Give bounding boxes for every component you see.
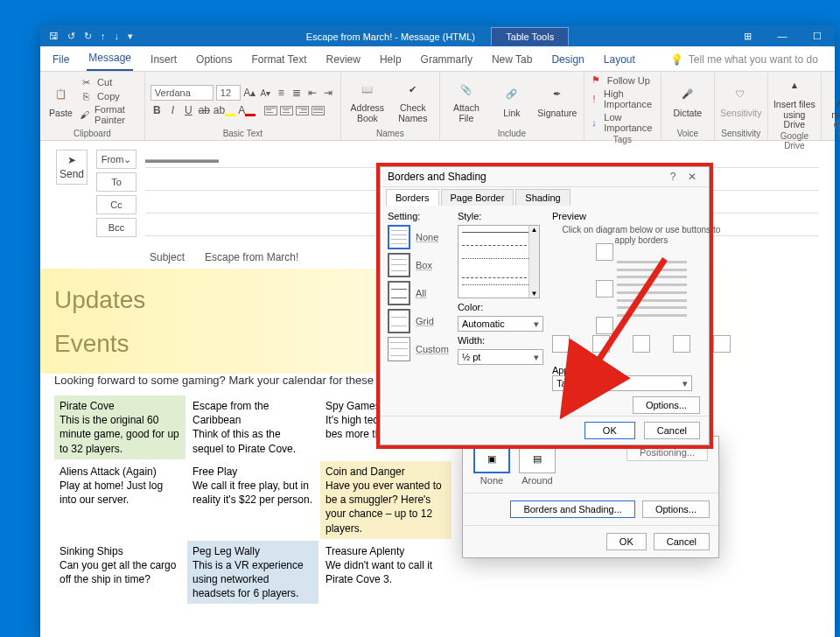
options-button[interactable]: Options... [642,500,710,518]
bold-button[interactable]: B [150,104,164,116]
setting-all[interactable]: All [388,281,449,305]
maximize-icon[interactable]: ☐ [800,25,835,46]
edge-diag2-button[interactable] [713,335,731,353]
tab-borders[interactable]: Borders [386,189,439,206]
setting-custom[interactable]: Custom [388,337,449,361]
mic-icon: 🎤 [675,82,701,107]
underline-button[interactable]: U [182,104,195,116]
attach-file-button[interactable]: 📎Attach File [445,77,487,123]
align-right-icon[interactable] [296,106,309,116]
bcc-button[interactable]: Bcc [96,218,136,237]
table-cell: Coin and DangerHave you ever wanted to b… [320,461,452,539]
undo-icon[interactable]: ↺ [67,31,75,42]
preview-diagram[interactable] [552,249,731,328]
format-painter-button[interactable]: 🖌Format Painter [80,103,139,126]
tab-page-border[interactable]: Page Border [441,189,514,206]
insert-from-drive-button[interactable]: ▲Insert files using Drive [774,74,816,130]
qat-up-icon[interactable]: ↑ [101,31,106,41]
setting-grid[interactable]: Grid [388,309,449,333]
dialog-cancel-button[interactable]: Cancel [644,422,700,439]
close-icon[interactable]: ✕ [682,171,702,183]
tab-design[interactable]: Design [550,50,585,71]
qat-down-icon[interactable]: ↓ [115,31,120,41]
tab-format-text[interactable]: Format Text [249,50,308,71]
high-importance-button[interactable]: !High Importance [590,88,655,110]
style-listbox[interactable]: ▲▼ [458,225,540,298]
grow-font-icon[interactable]: A▴ [243,87,256,99]
numbering-icon[interactable]: ≣ [290,87,304,99]
shrink-font-icon[interactable]: A▾ [259,88,272,98]
align-left-icon[interactable] [264,106,277,116]
dialog-ok-button[interactable]: OK [584,422,635,439]
strike-button[interactable]: ab [198,104,211,116]
setting-none[interactable]: None [388,225,449,249]
signature-icon: ✒ [544,82,570,107]
bullets-icon[interactable]: ≡ [275,87,288,99]
edge-diag1-button[interactable] [673,335,690,353]
outdent-icon[interactable]: ⇤ [306,87,319,99]
tab-message[interactable]: Message [87,48,133,71]
to-button[interactable]: To [96,172,136,192]
minimize-icon[interactable]: — [765,25,800,46]
low-importance-button[interactable]: ↓Low Importance [590,111,655,134]
edge-hmid-button[interactable] [596,280,613,298]
font-size-combo[interactable]: 12 [216,85,241,101]
tab-layout[interactable]: Layout [602,50,637,71]
tab-insert[interactable]: Insert [149,50,178,71]
align-justify-icon[interactable] [312,106,325,116]
ribbon: 📋 Paste ✂Cut ⎘Copy 🖌Format Painter Clipb… [40,71,835,141]
borders-and-shading-button[interactable]: Borders and Shading... [510,500,635,518]
tell-me-search[interactable]: 💡 Tell me what you want to do [668,50,820,71]
add-meeting-button[interactable]: 📷Add a meeting [827,74,840,120]
tab-shading[interactable]: Shading [515,189,570,206]
tab-grammarly[interactable]: Grammarly [419,50,474,71]
cancel-button[interactable]: Cancel [654,533,710,550]
qat-customize-icon[interactable]: ▾ [128,31,133,42]
link-button[interactable]: 🔗Link [491,82,533,119]
send-button[interactable]: ➤ Send [56,150,88,185]
save-icon[interactable]: 🖫 [49,31,59,41]
tab-options[interactable]: Options [194,50,234,71]
font-color-button[interactable]: A [238,104,256,116]
edge-vmid-button[interactable] [592,335,610,353]
from-button[interactable]: From ⌄ [96,150,136,169]
help-icon[interactable]: ? [663,171,682,183]
apply-to-combo[interactable]: Table [552,375,692,391]
ok-button[interactable]: OK [606,533,647,550]
indent-icon[interactable]: ⇥ [322,87,335,99]
setting-box[interactable]: Box [388,253,449,277]
highlight-button[interactable]: ab [214,104,235,116]
cc-button[interactable]: Cc [96,195,136,214]
tab-file[interactable]: File [51,50,71,71]
color-combo[interactable]: Automatic [458,316,543,332]
edge-right-button[interactable] [633,335,650,353]
scroll-down-icon[interactable]: ▼ [530,290,537,298]
width-combo[interactable]: ½ pt [458,349,543,365]
cut-button[interactable]: ✂Cut [80,76,139,89]
ribbon-display-icon[interactable]: ⊞ [730,25,765,46]
scroll-up-icon[interactable]: ▲ [530,226,537,234]
dialog-options-button[interactable]: Options... [633,396,700,414]
copy-button[interactable]: ⎘Copy [80,90,139,102]
dictate-button[interactable]: 🎤Dictate [667,82,709,119]
follow-up-button[interactable]: ⚑Follow Up [590,74,655,87]
edge-left-button[interactable] [552,335,570,353]
signature-button[interactable]: ✒Signature [536,82,578,119]
align-center-icon[interactable] [280,106,293,116]
tab-help[interactable]: Help [378,50,403,71]
table-cell: Sinking ShipsCan you get all the cargo o… [54,541,186,605]
table-cell: Pirate CoveThis is the original 60 minut… [54,396,186,459]
edge-top-button[interactable] [596,243,613,261]
sensitivity-button[interactable]: 🛡Sensitivity [720,82,762,119]
font-name-combo[interactable]: Verdana [150,85,214,101]
tab-review[interactable]: Review [325,50,362,71]
redo-icon[interactable]: ↻ [84,31,92,42]
italic-button[interactable]: I [166,104,179,116]
paste-button[interactable]: 📋 Paste [46,82,76,119]
tab-new-tab[interactable]: New Tab [490,50,534,71]
check-names-button[interactable]: ✔Check Names [392,77,434,123]
contextual-tab[interactable]: Table Tools [491,27,569,46]
address-book-button[interactable]: 📖Address Book [346,77,388,123]
edge-bottom-button[interactable] [596,317,613,334]
group-google-drive: ▲Insert files using Drive Google Drive [768,72,822,140]
